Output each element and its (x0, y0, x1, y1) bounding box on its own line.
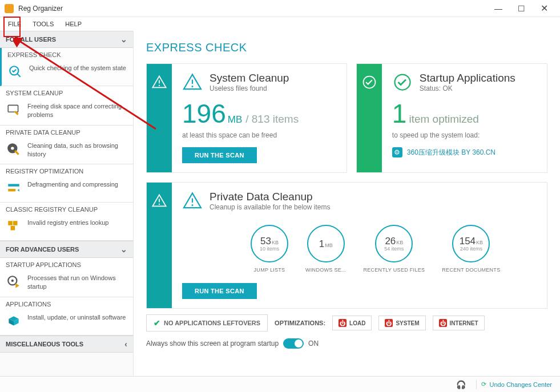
opt-label: INTERNET (450, 320, 478, 326)
always-show-toggle[interactable] (283, 338, 304, 349)
main-content: EXPRESS CHECK System Cleanup Useless fil… (134, 31, 560, 376)
menubar: FILE TOOLS HELP (0, 17, 560, 31)
undo-icon: ⟳ (481, 381, 486, 388)
optimizations-label: OPTIMIZATIONS: (275, 320, 325, 326)
optimization-system-button[interactable]: ⏻SYSTEM (378, 316, 425, 330)
svg-line-2 (17, 74, 20, 76)
svg-point-5 (11, 147, 14, 149)
warning-triangle-icon (151, 74, 167, 90)
opt-label: LOAD (349, 320, 365, 326)
sidebar-group-advanced[interactable]: FOR ADVANCED USERS ⌄ (0, 241, 133, 258)
power-icon: ⏻ (385, 319, 393, 327)
circle-items: 54 items (384, 246, 404, 252)
window-title: Reg Organizer (18, 5, 487, 13)
check-circle-icon (361, 74, 377, 90)
menu-tools[interactable]: TOOLS (27, 19, 59, 29)
metric-unit: MB (228, 114, 243, 126)
svg-point-12 (11, 280, 14, 282)
headset-icon[interactable]: 🎧 (456, 380, 466, 389)
run-scan-button[interactable]: RUN THE SCAN (182, 283, 257, 299)
toggle-state: ON (308, 340, 319, 347)
sidebar-item-private-data[interactable]: PRIVATE DATA CLEANUP Cleaning data, such… (0, 126, 133, 165)
cubes-broom-icon (6, 219, 22, 235)
sidebar-group-label: MISCELLANEOUS TOOLS (6, 341, 83, 347)
sidebar-item-title: SYSTEM CLEANUP (0, 86, 133, 99)
power-icon: ⏻ (439, 319, 447, 327)
circle-recent-documents[interactable]: 154KB240 items RECENT DOCUMENTS (442, 225, 500, 273)
card-title: System Cleanup (210, 72, 289, 84)
magnifier-check-icon (7, 64, 23, 80)
card-title: Private Data Cleanup (210, 191, 330, 203)
opt-label: SYSTEM (396, 320, 419, 326)
card-note: at least this space can be freed (182, 131, 336, 139)
sidebar-item-applications[interactable]: APPLICATIONS Install, update, or uninsta… (0, 297, 133, 336)
card-accent (357, 64, 382, 172)
card-private-data-cleanup: Private Data Cleanup Cleanup is availabl… (146, 182, 547, 309)
svg-rect-3 (8, 105, 18, 112)
warning-triangle-icon (182, 72, 203, 92)
undo-changes-link[interactable]: Undo Changes Center (490, 381, 552, 388)
statusbar: 🎧 ⟳ Undo Changes Center (0, 376, 560, 392)
gear-icon: ⚙ (392, 147, 402, 157)
sidebar-group-label: FOR ADVANCED USERS (6, 246, 79, 253)
circle-unit: KB (476, 240, 483, 245)
menu-help[interactable]: HELP (59, 19, 87, 29)
circle-windows-search[interactable]: 1MB WINDOWS SE... (305, 225, 346, 273)
sidebar-group-all-users[interactable]: FOR ALL USERS ⌄ (0, 31, 133, 48)
no-leftovers-chip[interactable]: ✔ NO APPLICATIONS LEFTOVERS (146, 314, 268, 332)
titlebar: Reg Organizer — ☐ ✕ (0, 0, 560, 17)
sidebar-item-desc: Processes that run on Windows startup (27, 274, 127, 291)
sidebar-item-desc: Freeing disk space and correcting proble… (27, 102, 127, 119)
sidebar: FOR ALL USERS ⌄ EXPRESS CHECK Quick chec… (0, 31, 134, 376)
sidebar-group-label: FOR ALL USERS (6, 36, 56, 43)
circle-unit: KB (396, 240, 403, 245)
warning-triangle-icon (182, 191, 203, 211)
minimize-button[interactable]: — (487, 1, 510, 17)
optimization-load-button[interactable]: ⏻LOAD (332, 316, 372, 330)
sidebar-item-classic-registry[interactable]: CLASSIC REGISTRY CLEANUP Invalid registr… (0, 203, 133, 241)
circle-label: RECENTLY USED FILES (363, 267, 425, 273)
circle-jump-lists[interactable]: 53KB10 items JUMP LISTS (251, 225, 288, 273)
circle-unit: MB (325, 243, 333, 248)
power-icon: ⏻ (339, 319, 347, 327)
circle-label: RECENT DOCUMENTS (442, 267, 500, 273)
disc-broom-icon (6, 142, 22, 157)
sidebar-item-registry-optimization[interactable]: REGISTRY OPTIMIZATION Defragmenting and … (0, 164, 133, 203)
circle-items: 10 items (260, 246, 279, 252)
sidebar-item-title: CLASSIC REGISTRY CLEANUP (0, 203, 133, 215)
optimized-item-chip[interactable]: ⚙ 360压缩升级模块 BY 360.CN (392, 147, 537, 157)
metric-value: 196 (182, 100, 226, 127)
sidebar-group-misc[interactable]: MISCELLANEOUS TOOLS ‹ (0, 336, 133, 353)
close-button[interactable]: ✕ (533, 1, 555, 17)
circle-value: 154 (460, 236, 476, 246)
optimization-internet-button[interactable]: ⏻INTERNET (433, 316, 485, 330)
circle-recently-used[interactable]: 26KB54 items RECENTLY USED FILES (363, 225, 425, 273)
sidebar-item-desc: Invalid registry entries lookup (27, 219, 108, 227)
page-title: EXPRESS CHECK (146, 41, 547, 54)
circle-value: 53 (260, 236, 271, 246)
sidebar-item-desc: Cleaning data, such as browsing history (27, 142, 127, 159)
sidebar-item-system-cleanup[interactable]: SYSTEM CLEANUP Freeing disk space and co… (0, 86, 133, 126)
sidebar-item-express-check[interactable]: EXPRESS CHECK Quick checking of the syst… (0, 48, 133, 86)
svg-rect-8 (8, 221, 13, 226)
card-subtitle: Useless files found (210, 84, 289, 92)
app-icon (5, 4, 14, 13)
sidebar-item-startup-apps[interactable]: STARTUP APPLICATIONS Processes that run … (0, 258, 133, 297)
card-startup-applications: Startup Applications Status: OK 1 item o… (356, 63, 547, 173)
sidebar-item-title: EXPRESS CHECK (2, 48, 133, 60)
svg-rect-6 (8, 184, 19, 187)
warning-triangle-icon (151, 193, 167, 209)
circle-label: JUMP LISTS (251, 267, 288, 273)
circle-value: 1 (319, 239, 324, 249)
card-accent (147, 183, 172, 308)
maximize-button[interactable]: ☐ (510, 1, 533, 17)
divider (476, 380, 477, 389)
circle-metrics: 53KB10 items JUMP LISTS 1MB WINDOWS SE..… (251, 225, 537, 273)
chevron-down-icon: ⌄ (120, 245, 127, 254)
run-scan-button[interactable]: RUN THE SCAN (182, 147, 257, 163)
sidebar-item-title: APPLICATIONS (0, 297, 133, 310)
box-trash-icon (6, 313, 22, 329)
check-circle-icon (392, 72, 413, 92)
menu-file[interactable]: FILE (2, 19, 27, 29)
sidebar-item-title: STARTUP APPLICATIONS (0, 258, 133, 270)
